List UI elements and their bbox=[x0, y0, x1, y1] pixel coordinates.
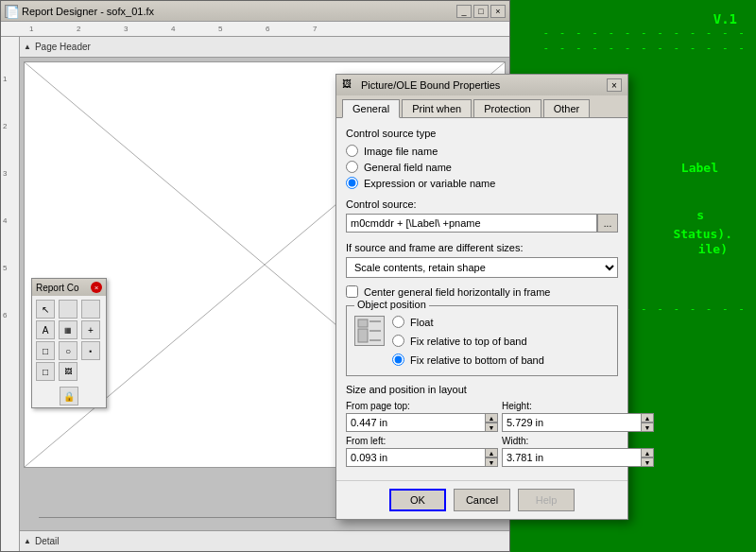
svg-rect-3 bbox=[358, 319, 368, 327]
height-down[interactable]: ▼ bbox=[641, 423, 654, 432]
close-btn[interactable]: × bbox=[490, 5, 506, 18]
vruler-3: 3 bbox=[3, 169, 7, 178]
tool-pointer[interactable]: ↖ bbox=[36, 300, 55, 319]
cancel-button[interactable]: Cancel bbox=[454, 489, 510, 511]
dialog-close-btn[interactable]: × bbox=[607, 78, 622, 92]
center-checkbox[interactable] bbox=[346, 285, 358, 298]
scale-dropdown[interactable]: Scale contents, retain shape Clip Stretc… bbox=[346, 257, 618, 278]
dialog-body: Control source type Image file name Gene… bbox=[336, 118, 627, 480]
size-pos-section: Size and position in layout From page to… bbox=[346, 384, 618, 467]
help-button[interactable]: Help bbox=[518, 489, 575, 511]
from-page-top-spinner-btns: ▲ ▼ bbox=[485, 413, 498, 432]
lock-icon[interactable]: 🔒 bbox=[60, 387, 78, 405]
radio-fix-bottom-input[interactable] bbox=[392, 354, 404, 366]
toolbox-title: Report Co bbox=[36, 283, 79, 293]
center-checkbox-row: Center general field horizontally in fra… bbox=[346, 285, 618, 298]
size-pos-label: Size and position in layout bbox=[346, 384, 618, 395]
tool-pic[interactable]: ▪ bbox=[81, 341, 100, 360]
radio-fix-top-label: Fix relative to top of band bbox=[410, 336, 527, 347]
bg-dash-line1: - - - - - - - - - - - - - bbox=[542, 26, 747, 39]
tab-print-when[interactable]: Print when bbox=[402, 99, 472, 117]
width-input[interactable] bbox=[502, 448, 641, 467]
radio-expression: Expression or variable name bbox=[346, 177, 618, 189]
from-left-down[interactable]: ▼ bbox=[485, 457, 498, 467]
from-page-top-down[interactable]: ▼ bbox=[485, 423, 498, 432]
from-left-input[interactable] bbox=[346, 448, 485, 467]
radio-general-field-label: General field name bbox=[364, 162, 452, 173]
tool-box[interactable]: □ bbox=[36, 362, 55, 381]
radio-expression-label: Expression or variable name bbox=[364, 178, 495, 189]
radio-expression-input[interactable] bbox=[346, 177, 358, 189]
tool-field[interactable]: ▦ bbox=[59, 320, 77, 339]
tool-rect[interactable]: □ bbox=[36, 341, 55, 360]
height-spinner-btns: ▲ ▼ bbox=[641, 413, 654, 432]
toolbox-content: ↖ A ▦ + □ ○ ▪ □ 🖼 bbox=[32, 296, 106, 385]
ruler-mark-4: 4 bbox=[171, 25, 175, 33]
bg-dash-line2: - - - - - - - - - - - - - bbox=[542, 42, 747, 54]
control-source-label: Control source: bbox=[346, 198, 618, 210]
detail-triangle-icon: ▲ bbox=[24, 537, 31, 545]
from-left-spinner: ▲ ▼ bbox=[346, 448, 498, 467]
tool-text[interactable]: A bbox=[36, 320, 55, 339]
from-page-top-input[interactable] bbox=[346, 413, 485, 432]
center-checkbox-label: Center general field horizontally in fra… bbox=[364, 286, 551, 298]
if-source-label: If source and frame are different sizes: bbox=[346, 242, 618, 253]
vruler-5: 5 bbox=[3, 264, 7, 272]
radio-general-field-input[interactable] bbox=[346, 161, 358, 173]
radio-fix-bottom: Fix relative to bottom of band bbox=[392, 354, 544, 366]
from-page-top-spinner: ▲ ▼ bbox=[346, 413, 498, 432]
position-icon bbox=[354, 316, 385, 346]
width-spinner-btns: ▲ ▼ bbox=[641, 448, 654, 467]
maximize-btn[interactable]: □ bbox=[473, 5, 489, 18]
ok-button[interactable]: OK bbox=[389, 489, 446, 511]
toolbox-titlebar: Report Co × bbox=[32, 279, 106, 296]
browse-btn[interactable]: ... bbox=[597, 214, 618, 233]
width-down[interactable]: ▼ bbox=[641, 457, 654, 467]
from-page-top-group: From page top: ▲ ▼ bbox=[346, 401, 498, 432]
tab-protection[interactable]: Protection bbox=[473, 99, 541, 117]
tool-empty1 bbox=[59, 300, 77, 319]
from-left-up[interactable]: ▲ bbox=[485, 448, 498, 457]
bg-label-text: Label bbox=[681, 161, 718, 175]
tool-img[interactable]: 🖼 bbox=[59, 362, 77, 381]
bg-v1-text: V.1 bbox=[713, 11, 737, 26]
ruler-mark-2: 2 bbox=[77, 25, 80, 33]
tool-circle[interactable]: ○ bbox=[59, 341, 77, 360]
tab-general[interactable]: General bbox=[342, 99, 400, 118]
from-page-top-up[interactable]: ▲ bbox=[485, 413, 498, 423]
height-up[interactable]: ▲ bbox=[641, 413, 654, 423]
control-source-type-group: Image file name General field name Expre… bbox=[346, 145, 618, 189]
minimize-btn[interactable]: _ bbox=[456, 5, 472, 18]
toolbox-lock-section: 🔒 bbox=[32, 385, 106, 407]
bg-ile-text: ile) bbox=[698, 242, 728, 256]
ruler-mark-3: 3 bbox=[124, 25, 128, 33]
svg-rect-4 bbox=[358, 329, 368, 342]
tab-other[interactable]: Other bbox=[543, 99, 591, 117]
height-input[interactable] bbox=[502, 413, 641, 432]
tool-cross[interactable]: + bbox=[81, 320, 100, 339]
radio-general-field: General field name bbox=[346, 161, 618, 173]
toolbox-close-btn[interactable]: × bbox=[91, 282, 102, 293]
width-up[interactable]: ▲ bbox=[641, 448, 654, 457]
from-page-top-label: From page top: bbox=[346, 401, 498, 411]
control-source-input[interactable] bbox=[346, 214, 597, 233]
radio-fix-top-input[interactable] bbox=[392, 335, 404, 347]
radio-image-file-label: Image file name bbox=[364, 146, 438, 157]
control-source-type-label: Control source type bbox=[346, 128, 618, 139]
radio-fix-bottom-label: Fix relative to bottom of band bbox=[410, 354, 544, 366]
dialog-tabs: General Print when Protection Other bbox=[336, 95, 627, 118]
ruler-mark-1: 1 bbox=[29, 25, 33, 33]
width-spinner: ▲ ▼ bbox=[502, 448, 654, 467]
radio-image-file-input[interactable] bbox=[346, 145, 358, 157]
control-source-input-group: ... bbox=[346, 214, 618, 233]
vertical-ruler: 1 2 3 4 5 6 bbox=[1, 37, 20, 551]
radio-float-input[interactable] bbox=[392, 316, 404, 328]
ruler-mark-5: 5 bbox=[218, 25, 222, 33]
vruler-4: 4 bbox=[3, 216, 7, 225]
ruler-mark-7: 7 bbox=[313, 25, 317, 33]
dialog-picture-ole: 🖼 Picture/OLE Bound Properties × General… bbox=[335, 74, 628, 520]
bg-s-text: s bbox=[696, 208, 704, 222]
report-designer-titlebar: 📄 Report Designer - sofx_01.fx _ □ × bbox=[1, 1, 509, 22]
page-header-band: ▲ Page Header bbox=[20, 37, 509, 58]
from-left-spinner-btns: ▲ ▼ bbox=[485, 448, 498, 467]
